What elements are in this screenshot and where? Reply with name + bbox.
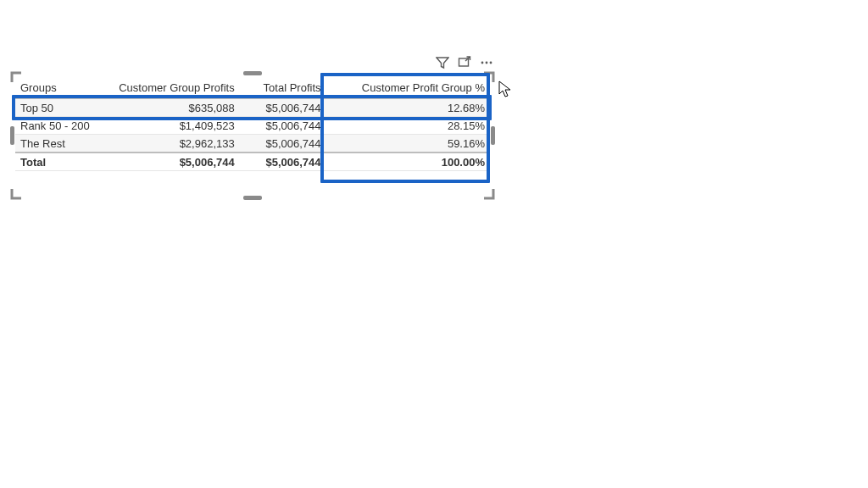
selection-corner-br xyxy=(483,188,495,200)
cell-cpgp: 28.15% xyxy=(326,117,490,135)
cell-cgp: $1,409,523 xyxy=(102,117,240,135)
cell-groups: Top 50 xyxy=(15,98,102,117)
cell-tp: $5,006,744 xyxy=(240,117,326,135)
resize-handle-left[interactable] xyxy=(10,126,14,145)
focus-mode-icon[interactable] xyxy=(458,56,471,69)
col-header-customer-profit-group-pct[interactable]: Customer Profit Group % xyxy=(326,76,490,98)
more-options-icon[interactable] xyxy=(480,56,493,69)
footer-cgp: $5,006,744 xyxy=(102,152,240,171)
resize-handle-right[interactable] xyxy=(491,126,495,145)
cell-cpgp: 12.68% xyxy=(326,98,490,117)
svg-point-3 xyxy=(490,62,492,64)
table-row[interactable]: Top 50 $635,088 $5,006,744 12.68% xyxy=(15,98,490,117)
cell-cpgp: 59.16% xyxy=(326,135,490,153)
table-visual[interactable]: Groups Customer Group Profits Total Prof… xyxy=(15,76,490,195)
svg-point-1 xyxy=(481,62,484,64)
cell-cgp: $635,088 xyxy=(102,98,240,117)
cell-tp: $5,006,744 xyxy=(240,135,326,153)
cell-groups: Rank 50 - 200 xyxy=(15,117,102,135)
resize-handle-top[interactable] xyxy=(243,71,262,75)
col-header-customer-group-profits[interactable]: Customer Group Profits xyxy=(102,76,240,98)
table-row[interactable]: The Rest $2,962,133 $5,006,744 59.16% xyxy=(15,135,490,153)
col-header-total-profits[interactable]: Total Profits xyxy=(240,76,326,98)
cell-tp: $5,006,744 xyxy=(240,98,326,117)
footer-cpgp: 100.00% xyxy=(326,152,490,171)
table-header-row: Groups Customer Group Profits Total Prof… xyxy=(15,76,490,98)
cell-groups: The Rest xyxy=(15,135,102,153)
table-footer-row: Total $5,006,744 $5,006,744 100.00% xyxy=(15,152,490,171)
svg-point-2 xyxy=(486,62,488,64)
col-header-groups[interactable]: Groups xyxy=(15,76,102,98)
filter-icon[interactable] xyxy=(436,56,449,69)
resize-handle-bottom[interactable] xyxy=(243,196,262,200)
table-row[interactable]: Rank 50 - 200 $1,409,523 $5,006,744 28.1… xyxy=(15,117,490,135)
footer-groups: Total xyxy=(15,152,102,171)
footer-tp: $5,006,744 xyxy=(240,152,326,171)
visual-action-bar xyxy=(436,56,493,69)
cursor-icon xyxy=(498,80,514,99)
cell-cgp: $2,962,133 xyxy=(102,135,240,153)
profit-group-table[interactable]: Groups Customer Group Profits Total Prof… xyxy=(15,76,490,171)
selection-corner-bl xyxy=(10,188,22,200)
